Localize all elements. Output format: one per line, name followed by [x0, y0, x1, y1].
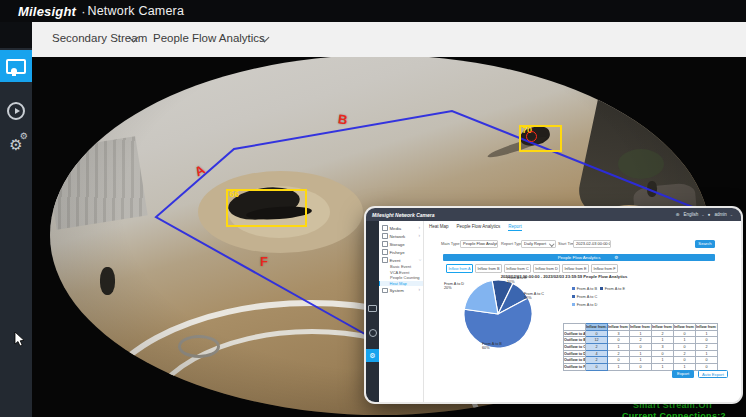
row-label: Outflow to A — [564, 330, 586, 337]
sidebar-item-live-view[interactable] — [0, 50, 32, 82]
legend-label: From A to E — [605, 286, 625, 291]
cell: 2 — [630, 337, 652, 344]
cell: 2 — [696, 344, 718, 351]
popup-titlebar: Milesight Network Camera ⊕ English ⌄ ● a… — [366, 208, 741, 221]
search-button[interactable]: Search — [695, 240, 715, 248]
detection-box: 66 — [226, 189, 307, 227]
cell: 0 — [608, 357, 630, 364]
settings-icon: ⚙ — [369, 352, 375, 359]
storage-icon — [382, 241, 388, 247]
flow-table: Inflow from AInflow from BInflow from CI… — [563, 323, 718, 371]
cell: 2 — [652, 330, 674, 337]
settings-gears-icon: ⚙⚙ — [9, 137, 22, 152]
page-tabs: Heat MapPeople Flow AnalyticsReport — [429, 224, 522, 231]
media-icon — [382, 225, 388, 231]
sidebar-top-spacer — [0, 22, 32, 48]
menu-item-media[interactable]: Media› — [379, 224, 423, 232]
column-header: Inflow from B — [608, 324, 630, 331]
app-window: Milesight · Network Camera ⚙⚙ Secondary … — [0, 0, 746, 417]
menu-item-event[interactable]: Event› — [379, 256, 423, 264]
main-type-select[interactable]: People Flow Analytics — [460, 240, 498, 248]
popup-sidebar: ⚙ — [366, 221, 379, 402]
table-row: Outflow to F010110 — [564, 364, 718, 371]
popup-menu: Media›Network›StorageFisheyeEvent›Basic … — [379, 221, 424, 402]
menu-item-network[interactable]: Network› — [379, 232, 423, 240]
system-icon — [382, 288, 388, 294]
popup-logo: Milesight Network Camera — [372, 212, 435, 218]
corner-cell — [564, 324, 586, 331]
table-row: Outflow to C210302 — [564, 344, 718, 351]
popup-playback-button[interactable] — [366, 326, 379, 339]
cell: 0 — [630, 364, 652, 371]
row-label: Outflow to F — [564, 364, 586, 371]
expand-icon: › — [417, 259, 421, 261]
live-view-icon — [368, 305, 377, 312]
chevron-down-icon: ⌄ — [701, 212, 704, 217]
flow-tab-inflow-from-f[interactable]: Inflow from F — [591, 264, 618, 273]
osd-connections: Current Connections:2 — [622, 411, 726, 417]
tab-people-flow-analytics[interactable]: People Flow Analytics — [457, 224, 501, 231]
cell: 1 — [608, 364, 630, 371]
report-filter-bar: Main Type: People Flow Analytics Report … — [424, 240, 741, 249]
expand-icon: › — [419, 288, 421, 292]
fisheye-icon — [382, 249, 388, 255]
tab-heat-map[interactable]: Heat Map — [429, 224, 449, 231]
panel-header: People Flow Analytics ⚙ — [443, 254, 715, 261]
start-time-input[interactable]: 2023-02-03 00:00:00 — [573, 240, 611, 248]
cell: 0 — [674, 344, 696, 351]
legend-marker — [572, 287, 575, 290]
flow-tab-inflow-from-d[interactable]: Inflow from D — [533, 264, 560, 273]
analytics-select[interactable]: People Flow Analytics — [153, 32, 265, 44]
menu-item-fisheye[interactable]: Fisheye — [379, 248, 423, 256]
row-label: Outflow to D — [564, 350, 586, 357]
network-icon — [382, 233, 388, 239]
flow-tab-inflow-from-a[interactable]: Inflow from A — [446, 264, 473, 273]
table-header-row: Inflow from AInflow from BInflow from CI… — [564, 324, 718, 331]
cell: 2 — [586, 357, 608, 364]
legend-label: From A to B — [577, 286, 597, 291]
expand-icon: › — [419, 234, 421, 238]
flow-tab-inflow-from-b[interactable]: Inflow from B — [475, 264, 502, 273]
tab-report[interactable]: Report — [508, 224, 522, 231]
language-select[interactable]: English — [684, 212, 699, 217]
cell: 1 — [652, 337, 674, 344]
gear-icon[interactable]: ⚙ — [614, 255, 618, 260]
popup-live-view-button[interactable] — [366, 302, 379, 315]
cell: 12 — [586, 337, 608, 344]
cell: 1 — [696, 330, 718, 337]
legend-item-from-a-to-d: From A to D — [572, 302, 597, 307]
user-icon: ● — [708, 212, 711, 217]
menu-item-system[interactable]: System› — [379, 286, 423, 294]
cell: 2 — [674, 350, 696, 357]
table-row: Outflow to D421021 — [564, 350, 718, 357]
flow-tab-inflow-from-e[interactable]: Inflow from E — [562, 264, 589, 273]
cell: 0 — [696, 337, 718, 344]
report-type-select[interactable]: Daily Report — [521, 240, 556, 248]
legend-marker — [572, 295, 575, 298]
globe-icon: ⊕ — [676, 212, 680, 217]
auto-export-button[interactable]: Auto Export — [698, 370, 728, 378]
sidebar-item-playback[interactable] — [0, 98, 32, 124]
menu-item-label: Media — [390, 226, 402, 231]
popup-window: Milesight Network Camera ⊕ English ⌄ ● a… — [366, 208, 741, 402]
row-label: Outflow to B — [564, 337, 586, 344]
cell: 2 — [608, 350, 630, 357]
cell: 1 — [630, 357, 652, 364]
legend-item-from-a-to-b: From A to B — [572, 286, 597, 291]
export-button[interactable]: Export — [672, 370, 694, 378]
cell: 0 — [586, 330, 608, 337]
sidebar-item-settings[interactable]: ⚙⚙ — [0, 130, 32, 158]
product-name: Network Camera — [87, 4, 184, 18]
popup-settings-button[interactable]: ⚙ — [366, 349, 379, 362]
user-menu[interactable]: admin — [714, 212, 726, 217]
target-marker-icon — [526, 131, 537, 142]
main-type-label: Main Type: — [441, 240, 461, 248]
detection-id: 66 — [229, 190, 239, 199]
flow-tab-inflow-from-c[interactable]: Inflow from C — [504, 264, 531, 273]
menu-item-storage[interactable]: Storage — [379, 240, 423, 248]
sidebar: ⚙⚙ — [0, 22, 32, 417]
topbar: Milesight · Network Camera — [0, 0, 746, 22]
legend-marker — [600, 287, 603, 290]
pie-label-from-a-to-d: From A to D20% — [444, 282, 464, 291]
stream-toolbar: Secondary Stream People Flow Analytics — [32, 22, 746, 58]
